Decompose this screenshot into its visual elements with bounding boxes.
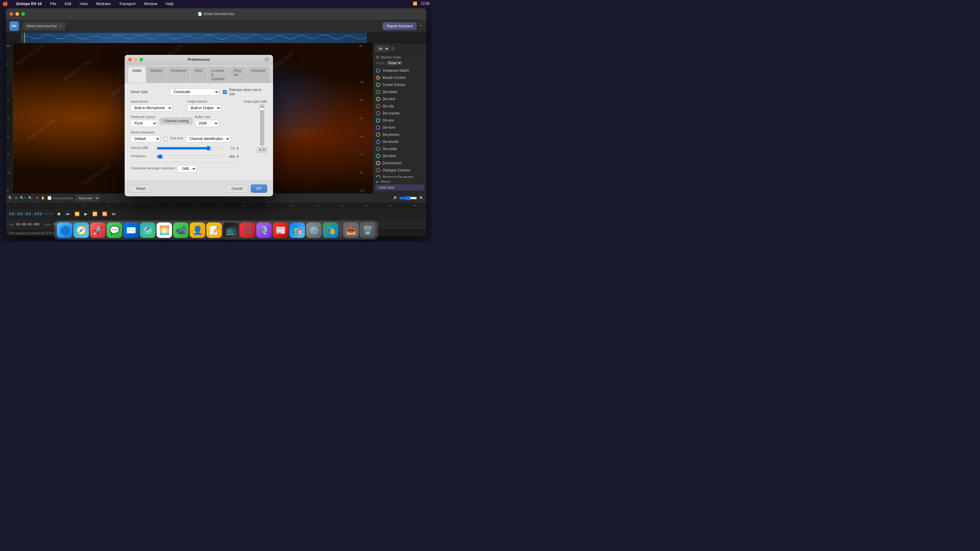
volume-slider[interactable] [157, 146, 223, 151]
reset-button[interactable]: Reset [130, 184, 151, 193]
release-label: Release when not in use [229, 88, 267, 96]
tab-audio[interactable]: Audio [128, 67, 146, 83]
pref-footer: Reset Cancel OK [125, 181, 273, 196]
test-tone-checkbox[interactable] [164, 137, 168, 141]
pref-close-button[interactable] [128, 58, 132, 61]
downmix-testtone-row: Stereo Downmix Default Test tone Channel… [130, 130, 239, 142]
input-device-label: Input device [130, 100, 182, 103]
frequency-value: 400.0 [226, 155, 239, 159]
buffer-size-select[interactable]: 2048 [195, 120, 219, 127]
gain-value: 0.0 [257, 147, 267, 153]
release-checkbox[interactable] [223, 90, 227, 94]
output-device-group: Output device Built-in Output [187, 100, 239, 111]
stereo-downmix-group: Stereo Downmix Default [130, 130, 160, 142]
gain-slider-thumb [259, 108, 265, 111]
pref-window-controls [128, 58, 143, 61]
device-gain-row: Input device Built-in Microphone Output … [130, 100, 267, 176]
pref-titlebar: Preferences ? [125, 55, 273, 64]
pref-tabs: Audio Display Keyboard Misc License & Up… [125, 64, 273, 83]
volume-label: Volume [dB] [130, 146, 154, 149]
volume-row: Volume [dB] -12.0 [130, 146, 239, 151]
pref-minimize-button[interactable] [134, 58, 137, 61]
output-gain-label: Output gain [dB] [243, 100, 267, 103]
cancel-button[interactable]: Cancel [226, 184, 248, 193]
dialog-overlay: Preferences ? Audio Display Keyboard Mis… [0, 0, 432, 242]
device-section: Input device Built-in Microphone Output … [130, 100, 239, 176]
test-tone-label: Test tone [170, 137, 183, 140]
pref-content: Driver type CoreAudio Release when not i… [125, 83, 273, 181]
preferred-layout-group: Preferred Layout FILM [130, 115, 157, 127]
driver-type-row: Driver type CoreAudio Release when not i… [130, 88, 267, 96]
driver-type-label: Driver type [130, 90, 166, 94]
tab-plug-ins[interactable]: Plug-ins [229, 67, 246, 83]
tab-misc[interactable]: Misc [191, 67, 207, 83]
composite-gain-label: Composite view gain reduction [130, 167, 175, 170]
pref-help-button[interactable]: ? [264, 57, 269, 62]
channel-routing-button[interactable]: Channel routing [160, 118, 192, 125]
input-device-select[interactable]: Built-in Microphone [130, 105, 172, 111]
composite-row: Composite view gain reduction -3dB [130, 165, 239, 172]
stereo-downmix-label: Stereo Downmix [130, 130, 160, 134]
composite-gain-select[interactable]: -3dB [178, 165, 196, 172]
output-device-select[interactable]: Built-in Output [187, 105, 221, 111]
output-device-label: Output device [187, 100, 239, 103]
test-tone-type-select[interactable]: Channel Identification [186, 135, 230, 142]
preferred-layout-label: Preferred Layout [130, 115, 157, 119]
gain-slider-track[interactable] [260, 105, 264, 146]
ok-button[interactable]: OK [251, 184, 267, 193]
driver-type-select[interactable]: CoreAudio [170, 88, 220, 95]
buffer-size-group: Buffer size 2048 [195, 115, 219, 127]
tab-license-updates[interactable]: License & Updates [207, 67, 229, 83]
tab-assistant[interactable]: Assistant [247, 67, 269, 83]
channel-routing-group: Channel routing [160, 118, 192, 125]
tab-keyboard[interactable]: Keyboard [167, 67, 190, 83]
preferences-dialog: Preferences ? Audio Display Keyboard Mis… [125, 55, 273, 196]
buffer-size-label: Buffer size [195, 115, 219, 119]
footer-right: Cancel OK [226, 184, 267, 193]
layout-routing-buffer-row: Preferred Layout FILM Channel routing Bu… [130, 115, 239, 127]
pref-maximize-button[interactable] [140, 58, 143, 61]
frequency-row: Frequency 400.0 [130, 154, 239, 159]
pref-title: Preferences [188, 57, 210, 62]
preferred-layout-select[interactable]: FILM [130, 120, 157, 127]
volume-value: -12.0 [226, 146, 239, 150]
tab-display[interactable]: Display [146, 67, 166, 83]
device-row: Input device Built-in Microphone Output … [130, 100, 239, 111]
stereo-downmix-select[interactable]: Default [130, 135, 160, 142]
test-tone-group: Test tone Channel Identification [164, 135, 230, 142]
release-checkbox-row: Release when not in use [223, 88, 267, 96]
output-gain-section: Output gain [dB] 0.0 [243, 100, 267, 176]
gain-slider-container: 0.0 [257, 105, 267, 153]
input-device-group: Input device Built-in Microphone [130, 100, 182, 111]
frequency-label: Frequency [130, 154, 154, 158]
frequency-slider[interactable] [157, 154, 223, 159]
section-divider [130, 162, 239, 163]
